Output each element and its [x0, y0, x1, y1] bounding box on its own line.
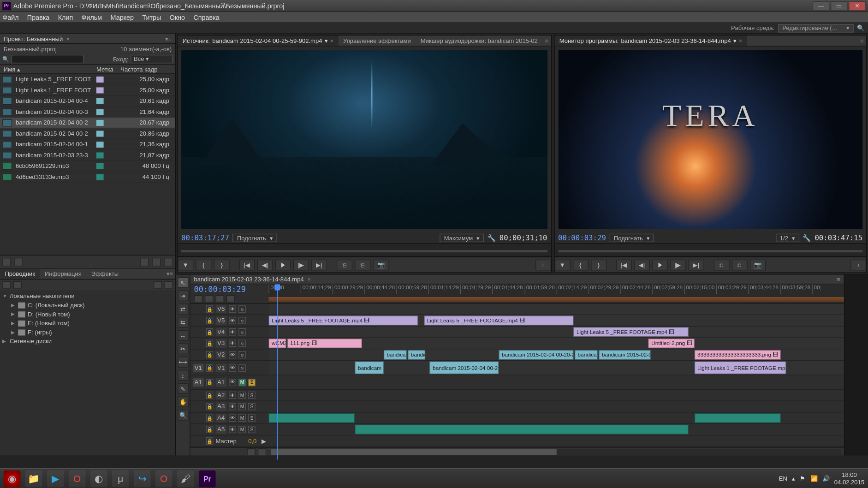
- sync-lock-toggle[interactable]: ⎋: [238, 317, 246, 324]
- menu-Файл[interactable]: Файл: [2, 13, 18, 21]
- app-icon[interactable]: ↪: [134, 470, 151, 487]
- sequence-tab[interactable]: bandicam 2015-02-03 23-36-14-844.mp4× ≡: [190, 275, 844, 285]
- track-label[interactable]: V3: [216, 339, 227, 347]
- extract-button[interactable]: ⎌: [731, 259, 747, 270]
- clip[interactable]: 111.png 🎞: [287, 339, 362, 348]
- track-header-A5[interactable]: 🔒A5👁MS: [190, 424, 269, 435]
- settings-icon[interactable]: [226, 295, 235, 303]
- lock-toggle[interactable]: 🔒: [206, 379, 214, 386]
- menu-Клип[interactable]: Клип: [58, 13, 73, 21]
- drive-item[interactable]: ▶F: (игры): [2, 327, 173, 337]
- visibility-toggle[interactable]: 👁: [229, 340, 236, 347]
- track-select-tool[interactable]: ⇥: [178, 291, 189, 302]
- bin-item[interactable]: 6cb059691229.mp3 48 000 Гц: [0, 161, 175, 172]
- overwrite-button[interactable]: ⎘: [355, 259, 370, 270]
- mute-toggle[interactable]: M: [238, 426, 246, 433]
- audio-clip[interactable]: [694, 413, 780, 423]
- language-indicator[interactable]: EN: [779, 475, 787, 482]
- track[interactable]: [268, 413, 844, 424]
- track-label[interactable]: V1: [216, 363, 227, 372]
- lock-toggle[interactable]: 🔒: [206, 328, 214, 336]
- visibility-toggle[interactable]: 👁: [229, 415, 236, 422]
- tray-up-icon[interactable]: ▴: [792, 475, 795, 482]
- clip[interactable]: 333333333333333333333.png 🎞: [694, 350, 780, 360]
- mark-out-icon[interactable]: }: [591, 259, 606, 270]
- close-icon[interactable]: ×: [66, 35, 70, 42]
- paint-icon[interactable]: 🖌: [177, 470, 194, 487]
- go-to-out-button[interactable]: ▶|: [688, 259, 704, 270]
- track[interactable]: [268, 401, 844, 413]
- track[interactable]: Light Leaks 5 _FREE FOOTAGE.mp4 🎞Light L…: [268, 315, 844, 327]
- sync-lock-toggle[interactable]: ⎋: [238, 351, 246, 358]
- panel-menu-icon[interactable]: ≡: [837, 276, 840, 282]
- bin-item[interactable]: Light Leaks 1 _FREE FOOT 25,00 кадр: [0, 85, 175, 96]
- clip[interactable]: bandicam 20 🎞: [355, 362, 384, 374]
- opera-icon[interactable]: O: [69, 470, 86, 487]
- insert-button[interactable]: ⎘: [337, 259, 352, 270]
- add-button[interactable]: +: [535, 259, 551, 270]
- track-label[interactable]: V4: [216, 327, 227, 336]
- bin-item[interactable]: bandicam 2015-02-04 00-2 20,86 кадр: [0, 128, 175, 139]
- timeline-ruler[interactable]: 00;0000;00;14;2900;00;29;2900;00;44;2800…: [268, 284, 844, 303]
- mark-in-icon[interactable]: {: [572, 259, 588, 270]
- col-label[interactable]: Метка: [96, 66, 120, 72]
- sync-lock-toggle[interactable]: ⎋: [238, 305, 246, 313]
- export-frame-button[interactable]: 📷: [373, 259, 388, 270]
- program-timecode[interactable]: 00:00:03:29: [558, 234, 606, 242]
- drive-item[interactable]: ▶D: (Новый том): [2, 309, 173, 319]
- sync-lock-toggle[interactable]: ⎋: [238, 364, 246, 371]
- clip[interactable]: bandicam 2015-02-04 00-20-28-4 🎞: [499, 350, 573, 360]
- menu-Правка[interactable]: Правка: [27, 13, 50, 21]
- bin-item[interactable]: 4d6ced33133e.mp3 44 100 Гц: [0, 172, 175, 183]
- lock-toggle[interactable]: 🔒: [206, 437, 214, 445]
- slide-tool[interactable]: ↕: [178, 370, 189, 381]
- track[interactable]: Light Leaks 5 _FREE FOOTAGE.mp4 🎞: [268, 327, 844, 338]
- clip[interactable]: Untitled-2.png 🎞: [648, 339, 695, 348]
- mark-in-button[interactable]: ▼: [554, 259, 570, 270]
- list-view-icon[interactable]: [2, 257, 11, 266]
- quality-dropdown[interactable]: Максимум ▾: [440, 234, 484, 242]
- trash-icon[interactable]: [165, 257, 173, 266]
- program-viewer[interactable]: TERA: [558, 50, 862, 229]
- system-clock[interactable]: 18:00 04.02.2015: [834, 471, 864, 486]
- lock-toggle[interactable]: 🔒: [206, 340, 214, 347]
- track-header-V5[interactable]: 🔒V5👁⎋: [190, 315, 269, 327]
- volume-icon[interactable]: 🔊: [822, 475, 830, 482]
- zoom-in-icon[interactable]: [258, 448, 266, 455]
- menu-Фильм[interactable]: Фильм: [82, 13, 102, 21]
- track-header-V3[interactable]: 🔒V3👁⎋: [190, 338, 269, 350]
- clip[interactable]: Light Leaks 5 _FREE FOOTAGE.mp4 🎞: [268, 315, 418, 325]
- wrench-icon[interactable]: 🔧: [803, 234, 811, 242]
- lock-toggle[interactable]: 🔒: [206, 351, 214, 358]
- col-name[interactable]: Имя ▴: [0, 66, 96, 72]
- track-header-V4[interactable]: 🔒V4👁⎋: [190, 327, 269, 338]
- visibility-toggle[interactable]: 👁: [229, 392, 236, 399]
- track-body[interactable]: Light Leaks 5 _FREE FOOTAGE.mp4 🎞Light L…: [268, 304, 844, 447]
- menu-Титры[interactable]: Титры: [142, 13, 161, 21]
- tree-network-drives[interactable]: ▶Сетевые диски: [2, 337, 173, 346]
- rolling-edit-tool[interactable]: ⇆: [178, 317, 189, 328]
- track[interactable]: [268, 435, 844, 447]
- slip-tool[interactable]: ⟷: [178, 357, 189, 368]
- lock-toggle[interactable]: 🔒: [206, 426, 214, 433]
- new-bin-icon[interactable]: [140, 257, 149, 266]
- track[interactable]: [268, 390, 844, 401]
- mute-toggle[interactable]: M: [238, 379, 246, 386]
- menu-Справка[interactable]: Справка: [193, 13, 219, 21]
- rate-stretch-tool[interactable]: ↔: [178, 330, 189, 341]
- audio-clip[interactable]: [355, 425, 689, 434]
- visibility-toggle[interactable]: 👁: [229, 317, 236, 324]
- lock-toggle[interactable]: 🔒: [206, 317, 214, 324]
- add-button[interactable]: +: [850, 259, 866, 270]
- thumbnail-view-icon[interactable]: [14, 257, 23, 266]
- premiere-icon[interactable]: Pr: [199, 470, 216, 487]
- track-header-V1[interactable]: V1🔒V1👁⎋: [190, 361, 269, 375]
- lock-toggle[interactable]: 🔒: [206, 392, 214, 399]
- utorrent-icon[interactable]: μ: [112, 470, 129, 487]
- source-tab[interactable]: Источник: bandicam 2015-02-04 00-25-59-9…: [178, 36, 338, 46]
- mute-toggle[interactable]: M: [238, 415, 246, 422]
- play-button[interactable]: [275, 259, 291, 270]
- solo-toggle[interactable]: S: [248, 403, 256, 411]
- timeline-scrollbar[interactable]: [271, 448, 842, 454]
- effect-controls-tab[interactable]: Управление эффектами: [339, 36, 416, 46]
